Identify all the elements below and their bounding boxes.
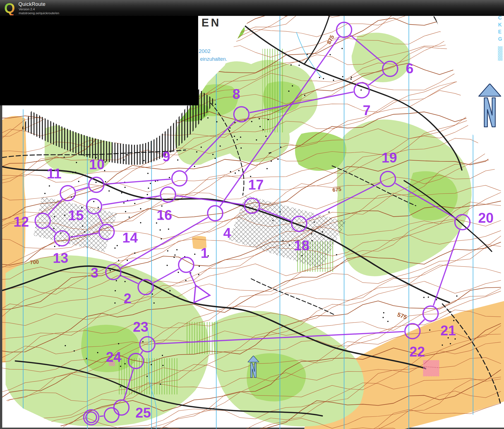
- contour-label-675: 675: [332, 186, 342, 193]
- control-number-10: 10: [89, 157, 105, 172]
- control-number-8: 8: [232, 86, 240, 102]
- blue-pattern-swatch: [498, 46, 503, 61]
- control-number-21: 21: [440, 323, 456, 338]
- control-number-6: 6: [406, 61, 414, 76]
- control-number-16: 16: [157, 207, 172, 223]
- control-number-19: 19: [381, 150, 397, 166]
- app-version: Version 2.4: [19, 8, 35, 11]
- control-number-2: 2: [124, 291, 131, 306]
- control-number-15: 15: [68, 208, 84, 223]
- margin-letter-k: K: [498, 22, 502, 28]
- svg-text:Q: Q: [4, 1, 15, 15]
- app-header: Q QuickRoute Version 2.4 matstroeng.se/q…: [0, 0, 504, 16]
- map-title-fragment: EN: [201, 16, 221, 29]
- app-url: matstroeng.se/quickroute/en: [19, 11, 59, 15]
- app-title: QuickRoute: [18, 1, 45, 7]
- course-leg-26: [100, 416, 104, 416]
- quickroute-logo-icon: Q: [3, 1, 17, 15]
- control-number-17: 17: [248, 177, 264, 193]
- control-number-18: 18: [294, 238, 309, 253]
- control-number-9: 9: [162, 149, 170, 164]
- window-bottom-edge: [0, 428, 504, 429]
- control-number-20: 20: [478, 210, 494, 226]
- control-number-22: 22: [409, 344, 425, 360]
- quickroute-window: EN 2002 einzuhalten. 875 675 700 575 C K…: [0, 0, 504, 429]
- redacted-overlay: [0, 16, 198, 105]
- margin-letter-c: C: [498, 15, 502, 21]
- margin-letter-e: E: [498, 29, 501, 35]
- margin-letter-g: G: [498, 36, 502, 42]
- control-number-24: 24: [106, 349, 121, 365]
- control-number-13: 13: [53, 250, 68, 266]
- control-number-25: 25: [135, 405, 151, 421]
- control-number-11: 11: [47, 166, 62, 181]
- map-note-einzuhalten: einzuhalten.: [200, 56, 227, 62]
- map-note-year: 2002: [199, 48, 210, 54]
- control-number-4: 4: [223, 225, 231, 241]
- control-number-23: 23: [133, 319, 148, 335]
- control-number-14: 14: [122, 230, 138, 246]
- pink-pattern-swatch: [423, 360, 439, 376]
- contour-label-700: 700: [30, 259, 39, 265]
- control-number-7: 7: [363, 103, 371, 118]
- control-number-1: 1: [201, 245, 208, 261]
- control-number-3: 3: [91, 265, 99, 281]
- control-number-12: 12: [13, 214, 29, 230]
